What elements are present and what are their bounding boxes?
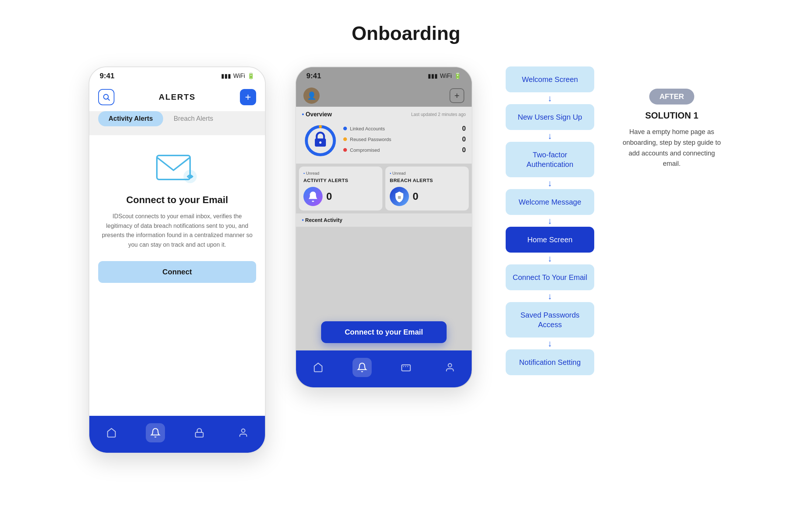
flow-arrow-1: ↓ [548,130,552,142]
alerts-header-title: ALERTS [159,92,196,102]
flow-chart: Welcome Screen↓New Users Sign Up↓Two-fac… [502,66,598,375]
signal-icon: ▮▮▮ [221,72,231,79]
tab-bar: Activity Alerts Breach Alerts [98,111,256,126]
breach-alerts-card: Unread BREACH ALERTS 0 [385,167,469,210]
email-icon-area [89,135,265,194]
linked-label: Linked Accounts [350,126,462,131]
svg-point-10 [319,141,321,144]
add-button[interactable]: + [240,89,256,105]
phone2-mockup: 9:41 ▮▮▮ WiFi 🔋 👤 + Overview Last update… [295,66,472,388]
compromised-dot [343,148,347,152]
nav2-profile-icon[interactable] [440,358,460,377]
phone2-header: 👤 + [296,83,472,107]
overview-label: Overview [302,111,332,118]
phone2-nav-bar [296,350,472,387]
phone1-header: ALERTS + [89,83,265,111]
nav2-alerts-icon[interactable] [352,358,372,377]
connect-email-desc: IDScout connects to your email inbox, ve… [101,212,253,249]
nav-home-icon[interactable] [102,423,121,442]
nav2-home-icon[interactable] [309,358,328,377]
wifi-icon: WiFi [233,73,245,79]
connect-email-button[interactable]: Connect [98,261,256,283]
stats-list: Linked Accounts 0 Reused Passwords 0 Com… [343,125,466,157]
email-icon [155,150,199,187]
solution-section: AFTER SOLUTION 1 Have a empty home page … [620,89,723,169]
svg-line-1 [108,99,110,100]
activity-alerts-content: 0 [303,187,378,206]
flow-arrow-5: ↓ [548,290,552,302]
svg-point-0 [104,95,109,99]
phone1-time: 9:41 [100,72,114,80]
battery-icon: 🔋 [247,72,255,79]
tab-activity-alerts[interactable]: Activity Alerts [98,111,163,126]
reused-passwords-stat: Reused Passwords 0 [343,136,466,143]
svg-point-15 [448,364,451,367]
nav-profile-icon[interactable] [234,423,253,442]
svg-rect-14 [402,365,410,371]
svg-rect-5 [195,432,203,437]
reused-value: 0 [462,136,466,143]
breach-badge-icon [390,187,409,206]
after-badge: AFTER [649,89,695,105]
compromised-stat: Compromised 0 [343,146,466,154]
signal-icon2: ▮▮▮ [428,72,438,79]
phone1-status-icons: ▮▮▮ WiFi 🔋 [221,72,255,79]
compromised-value: 0 [462,146,466,154]
phone1-mockup: 9:41 ▮▮▮ WiFi 🔋 ALERTS + Activity Alerts… [89,66,266,453]
phone2-body: Overview Last updated 2 minutes ago [296,107,472,387]
linked-accounts-stat: Linked Accounts 0 [343,125,466,133]
battery-icon2: 🔋 [454,72,461,79]
svg-point-11 [319,125,322,128]
main-layout: 9:41 ▮▮▮ WiFi 🔋 ALERTS + Activity Alerts… [0,66,812,453]
reused-label: Reused Passwords [350,137,462,142]
flow-box-1: New Users Sign Up [506,104,594,130]
connect-overlay-button[interactable]: Connect to your Email [321,321,447,343]
solution-desc: Have a empty home page as onboarding, st… [620,127,723,169]
flow-box-5: Connect To Your Email [506,264,594,290]
flow-box-2: Two-factor Authentication [506,142,594,177]
nav-alerts-icon[interactable] [146,423,165,442]
circle-chart [302,122,339,159]
search-button[interactable] [98,89,114,105]
flow-arrow-0: ↓ [548,92,552,104]
right-section: Welcome Screen↓New Users Sign Up↓Two-fac… [502,66,723,375]
add-button2[interactable]: + [450,88,464,103]
nav-passwords-icon[interactable] [190,423,209,442]
activity-alerts-header: Unread [303,171,378,175]
wifi-icon2: WiFi [440,73,452,79]
activity-count: 0 [326,191,332,202]
tab-breach-alerts[interactable]: Breach Alerts [163,111,223,126]
linked-value: 0 [462,125,466,133]
overview-section: Overview Last updated 2 minutes ago [296,107,472,164]
flow-arrow-4: ↓ [548,253,552,264]
flow-arrow-6: ↓ [548,338,552,349]
solution-title: SOLUTION 1 [645,110,698,121]
flow-arrow-3: ↓ [548,215,552,227]
flow-box-6: Saved Passwords Access [506,302,594,338]
breach-alerts-content: 0 [390,187,464,206]
recent-activity-label: Recent Activity [296,213,472,227]
svg-rect-13 [398,196,401,199]
svg-point-12 [310,193,313,196]
compromised-label: Compromised [350,147,462,153]
phone2-status-icons: ▮▮▮ WiFi 🔋 [428,72,461,79]
overview-content: Linked Accounts 0 Reused Passwords 0 Com… [302,122,466,159]
phone1-status-bar: 9:41 ▮▮▮ WiFi 🔋 [89,67,265,83]
user-avatar: 👤 [303,88,320,104]
reused-dot [343,137,347,141]
overview-header: Overview Last updated 2 minutes ago [302,111,466,118]
connect-email-title: Connect to your Email [89,194,265,206]
phone1-body: Connect to your Email IDScout connects t… [89,135,265,416]
breach-alerts-header: Unread [390,171,464,175]
flow-box-0: Welcome Screen [506,66,594,92]
phone1-nav-bar [89,416,265,453]
phone2-time: 9:41 [306,72,321,80]
alerts-grid: Unread ACTIVITY ALERTS 0 [296,164,472,213]
flow-box-4: Home Screen [506,227,594,253]
phone2-status-bar: 9:41 ▮▮▮ WiFi 🔋 [296,67,472,83]
breach-count: 0 [413,191,419,202]
page-title: Onboarding [0,0,812,44]
flow-box-3: Welcome Message [506,189,594,215]
nav2-passwords-icon[interactable] [396,358,416,377]
breach-alerts-title: BREACH ALERTS [390,178,464,183]
